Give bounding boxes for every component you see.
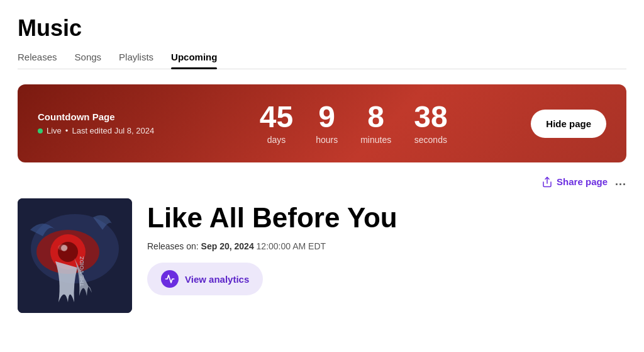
tab-releases[interactable]: Releases [18, 52, 57, 69]
separator: • [65, 126, 69, 135]
days-unit: 45 days [260, 102, 293, 145]
tab-upcoming[interactable]: Upcoming [171, 52, 217, 69]
live-indicator: Live • Last edited Jul 8, 2024 [38, 126, 176, 135]
page-title: Music [18, 15, 626, 42]
countdown-info: Countdown Page Live • Last edited Jul 8,… [38, 111, 176, 135]
svg-text:THE VOIDZ: THE VOIDZ [79, 256, 85, 287]
release-time-text: 12:00:00 AM EDT [257, 241, 326, 251]
release-date-text: Sep 20, 2024 [201, 241, 254, 251]
minutes-label: minutes [360, 135, 391, 145]
release-info: Like All Before You Releases on: Sep 20,… [147, 198, 626, 295]
last-edited: Last edited Jul 8, 2024 [72, 126, 154, 135]
share-icon [541, 176, 553, 188]
share-page-button[interactable]: Share page [541, 176, 608, 188]
seconds-value: 38 [414, 102, 447, 132]
live-status: Live [47, 126, 62, 135]
release-date: Releases on: Sep 20, 2024 12:00:00 AM ED… [147, 241, 626, 251]
countdown-banner: Countdown Page Live • Last edited Jul 8,… [18, 84, 626, 162]
tabs-nav: Releases Songs Playlists Upcoming [18, 52, 626, 69]
days-value: 45 [260, 102, 293, 132]
countdown-page-label: Countdown Page [38, 111, 176, 122]
hide-page-button[interactable]: Hide page [531, 110, 606, 138]
hours-label: hours [316, 135, 338, 145]
days-label: days [260, 135, 293, 145]
tab-songs[interactable]: Songs [75, 52, 102, 69]
releases-on-label: Releases on: [147, 241, 199, 251]
countdown-numbers: 45 days 9 hours 8 minutes 38 seconds [176, 102, 531, 145]
share-page-label: Share page [557, 176, 608, 187]
analytics-icon [161, 270, 179, 288]
minutes-value: 8 [360, 102, 391, 132]
live-dot [38, 128, 43, 133]
seconds-label: seconds [414, 135, 447, 145]
album-art-visual: THE VOIDZ [18, 198, 132, 313]
more-options-button[interactable]: ... [615, 175, 626, 188]
hours-value: 9 [316, 102, 338, 132]
view-analytics-button[interactable]: View analytics [147, 263, 263, 295]
page-wrapper: Music Releases Songs Playlists Upcoming … [0, 0, 644, 328]
release-title: Like All Before You [147, 203, 626, 232]
analytics-label: View analytics [185, 274, 249, 285]
svg-point-7 [58, 244, 68, 251]
minutes-unit: 8 minutes [360, 102, 391, 145]
share-row: Share page ... [18, 162, 626, 193]
hours-unit: 9 hours [316, 102, 338, 145]
album-art: THE VOIDZ [18, 198, 132, 313]
release-section: THE VOIDZ Like All Before You Releases o… [18, 193, 626, 328]
tab-playlists[interactable]: Playlists [119, 52, 153, 69]
seconds-unit: 38 seconds [414, 102, 447, 145]
